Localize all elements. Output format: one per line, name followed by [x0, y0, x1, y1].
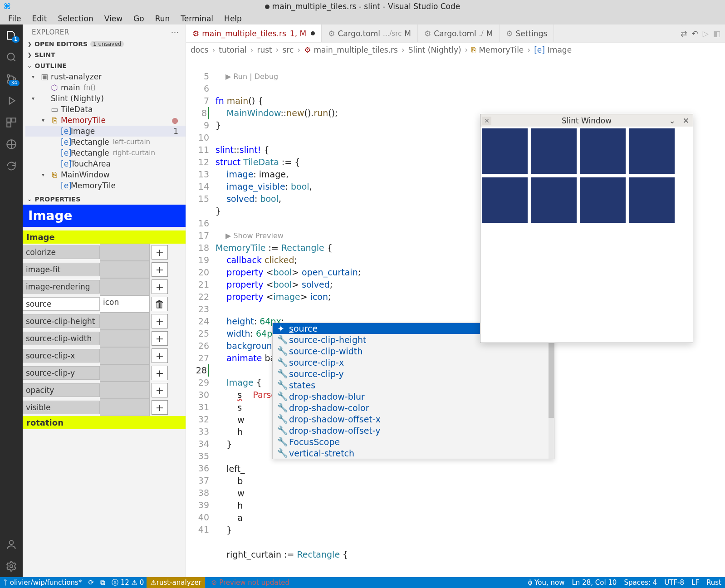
add-button[interactable]: + — [152, 348, 168, 363]
outline-item[interactable]: ▾⎘MemoryTile● — [25, 115, 186, 126]
sync-icon[interactable]: ⟳ — [88, 578, 94, 587]
completion-item[interactable]: 🔧vertical-stretch — [273, 447, 554, 459]
run-icon[interactable]: ▷ — [703, 29, 709, 38]
slint-section-label[interactable]: SLINT — [34, 51, 55, 59]
completion-popup[interactable]: ✦sourceimage🔧source-clip-height🔧source-c… — [272, 323, 554, 459]
menu-go[interactable]: Go — [129, 13, 149, 24]
crumb[interactable]: docs — [191, 45, 208, 54]
outline-item[interactable]: ▾▣rust-analyzer — [25, 71, 186, 82]
menu-view[interactable]: View — [100, 13, 127, 24]
add-button[interactable]: + — [152, 245, 168, 260]
outline-item[interactable]: [e]Image1 — [25, 126, 186, 137]
menu-run[interactable]: Run — [151, 13, 175, 24]
property-value[interactable] — [100, 261, 150, 278]
property-value[interactable] — [100, 399, 150, 416]
outline-item[interactable]: ⬡mainfn() — [25, 82, 186, 93]
branch-indicator[interactable]: ᛘ olivier/wip/functions* — [4, 578, 82, 587]
property-value[interactable] — [100, 278, 150, 295]
outline-item[interactable]: [e]Rectangleright-curtain — [25, 147, 186, 158]
add-button[interactable]: + — [152, 383, 168, 397]
add-button[interactable]: + — [152, 314, 168, 328]
completion-item[interactable]: 🔧source-clip-x — [273, 357, 554, 368]
tab-cargo-src[interactable]: ⚙ Cargo.toml .../src M — [322, 24, 418, 42]
sync-icon[interactable] — [5, 160, 18, 172]
extensions-icon[interactable] — [5, 116, 18, 129]
go-back-icon[interactable]: ↶ — [692, 29, 698, 38]
chevron-down-icon[interactable]: ⌄ — [27, 196, 32, 202]
menu-edit[interactable]: Edit — [27, 13, 51, 24]
properties-section-label[interactable]: PROPERTIES — [34, 196, 80, 203]
preview-status[interactable]: ⊘ Preview not updated — [211, 578, 289, 587]
completion-item[interactable]: 🔧drop-shadow-offset-x — [273, 413, 554, 425]
explorer-icon[interactable]: 1 — [5, 29, 18, 42]
menu-help[interactable]: Help — [220, 13, 246, 24]
memory-tile[interactable] — [531, 128, 577, 174]
slint-preview-window[interactable]: ✕ Slint Window ⌄ ✕ — [480, 114, 693, 343]
crumb[interactable]: Image — [548, 45, 572, 54]
chevron-down-icon[interactable]: ⌄ — [27, 63, 32, 69]
memory-tile[interactable] — [482, 128, 528, 174]
completion-item[interactable]: 🔧FocusScope — [273, 436, 554, 447]
memory-tile[interactable] — [629, 128, 675, 174]
completion-item[interactable]: 🔧drop-shadow-color — [273, 402, 554, 413]
language-mode[interactable]: Rust — [706, 578, 721, 587]
account-icon[interactable] — [5, 538, 18, 551]
sidebar-more-icon[interactable]: ⋯ — [171, 27, 180, 37]
outline-item[interactable]: ▾Slint (Nightly) — [25, 93, 186, 104]
indent-status[interactable]: Spaces: 4 — [624, 578, 657, 587]
run-debug-icon[interactable] — [5, 94, 18, 107]
crumb[interactable]: tutorial — [219, 45, 246, 54]
property-value[interactable] — [100, 313, 150, 330]
menu-selection[interactable]: Selection — [53, 13, 98, 24]
completion-item[interactable]: 🔧drop-shadow-blur — [273, 391, 554, 402]
crumb[interactable]: MemoryTile — [479, 45, 524, 54]
settings-gear-icon[interactable] — [5, 560, 18, 573]
open-editors-label[interactable]: OPEN EDITORS — [34, 40, 88, 48]
property-value[interactable] — [100, 364, 150, 382]
memory-tile[interactable] — [482, 177, 528, 223]
outline-item[interactable]: [e]TouchArea — [25, 158, 186, 169]
add-button[interactable]: + — [152, 366, 168, 380]
memory-tile[interactable] — [580, 177, 626, 223]
crumb[interactable]: rust — [257, 45, 272, 54]
close-icon[interactable]: ✕ — [683, 116, 689, 125]
menu-file[interactable]: File — [4, 13, 25, 24]
eol-status[interactable]: LF — [691, 578, 699, 587]
remote-icon[interactable] — [5, 138, 18, 151]
property-value[interactable] — [100, 330, 150, 347]
memory-tile[interactable] — [531, 177, 577, 223]
ports-icon[interactable]: ⧉ — [100, 578, 105, 587]
add-button[interactable]: + — [152, 331, 168, 346]
completion-item[interactable]: 🔧drop-shadow-offset-y — [273, 425, 554, 436]
add-button[interactable]: + — [152, 400, 168, 415]
outline-item[interactable]: ▾⎘MainWindow — [25, 169, 186, 180]
completion-item[interactable]: 🔧states — [273, 379, 554, 391]
completion-item[interactable]: 🔧source-clip-width — [273, 345, 554, 357]
blame-status[interactable]: ɸ You, now — [528, 578, 564, 587]
split-editor-icon[interactable]: ◧ — [713, 29, 720, 38]
encoding-status[interactable]: UTF-8 — [664, 578, 684, 587]
crumb[interactable]: Slint (Nightly) — [408, 45, 461, 54]
property-value[interactable] — [100, 347, 150, 364]
breadcrumb[interactable]: docs› tutorial› rust› src› ⚙main_multipl… — [186, 43, 725, 57]
search-icon[interactable] — [5, 51, 18, 64]
scm-icon[interactable]: 34 — [5, 73, 18, 85]
memory-tile[interactable] — [580, 128, 626, 174]
compare-changes-icon[interactable]: ⇄ — [681, 29, 687, 38]
outline-item[interactable]: [e]MemoryTile — [25, 180, 186, 191]
problems-indicator[interactable]: ⓧ 12 ⚠ 0 — [112, 578, 144, 587]
tab-main-multiple-tiles[interactable]: ⚙ main_multiple_tiles.rs 1, M — [186, 24, 322, 42]
property-value[interactable]: icon — [100, 295, 150, 313]
rust-analyzer-status[interactable]: ⚠ rust-analyzer — [147, 577, 205, 588]
memory-tile[interactable] — [629, 177, 675, 223]
delete-button[interactable]: 🗑 — [152, 297, 168, 311]
chevron-right-icon[interactable]: ❯ — [27, 41, 32, 47]
menu-terminal[interactable]: Terminal — [176, 13, 218, 24]
codelens-run[interactable]: ▶ Run | Debug — [216, 70, 725, 83]
cursor-position[interactable]: Ln 28, Col 10 — [572, 578, 617, 587]
minimize-icon[interactable]: ⌄ — [669, 116, 676, 125]
add-button[interactable]: + — [152, 279, 168, 294]
outline-item[interactable]: [e]Rectangleleft-curtain — [25, 137, 186, 147]
crumb[interactable]: main_multiple_tiles.rs — [314, 45, 398, 54]
completion-item[interactable]: 🔧source-clip-y — [273, 368, 554, 379]
